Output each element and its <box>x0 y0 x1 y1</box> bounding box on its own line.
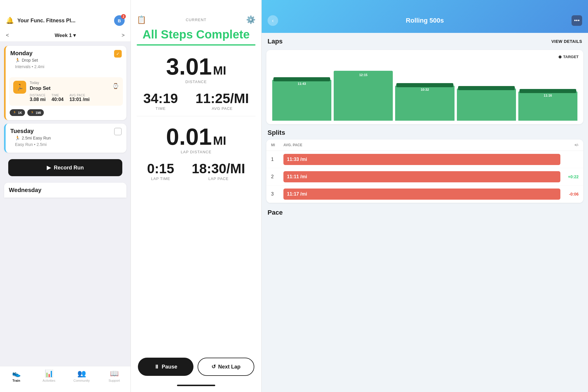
train-header: 🔔 Your Func. Fitness Pl... B 2 <box>0 0 131 29</box>
pace-display: 11:25/MI AVG PACE <box>196 92 249 111</box>
splits-title: Splits <box>266 129 583 137</box>
bell-icon[interactable]: 🔔 <box>6 17 14 24</box>
monday-checkbox[interactable]: ✓ <box>114 50 122 58</box>
tuesday-checkbox[interactable] <box>114 128 122 135</box>
activities-nav-icon: 📊 <box>45 369 54 378</box>
pace-value: 13:01 /mi <box>69 97 89 102</box>
splits-diff-header: +/- <box>564 143 579 147</box>
next-lap-button[interactable]: ↺ Next Lap <box>198 358 254 376</box>
monday-card: Monday 🏃 Drop Set Intervals • 2.4mi ✓ 🏃 … <box>4 46 126 120</box>
more-options-button[interactable]: ••• <box>572 15 582 26</box>
today-workout-icon: 🏃 <box>13 81 26 94</box>
record-run-button[interactable]: ▶ Record Run <box>8 159 122 176</box>
train-nav-label: Train <box>12 379 20 382</box>
lap-distance-display: 0.01 MI LAP DISTANCE <box>131 119 261 156</box>
prev-week-button[interactable]: < <box>6 32 9 38</box>
tuesday-workout-name: 2.5mi Easy Run <box>22 136 51 140</box>
bar-2: 12:15 <box>334 62 393 121</box>
today-workout-name: Drop Set <box>30 85 51 91</box>
support-nav-icon: 📖 <box>110 369 119 378</box>
split-diff-2: +0:22 <box>564 174 579 179</box>
train-panel: 🔔 Your Func. Fitness Pl... B 2 < Week 1 … <box>0 0 131 392</box>
lap-time-value: 0:15 <box>147 162 174 175</box>
view-details-button[interactable]: VIEW DETAILS <box>551 39 582 44</box>
split-diff-3: -0:06 <box>564 192 579 196</box>
pause-label: Pause <box>162 364 177 370</box>
current-label: CURRENT <box>186 18 207 22</box>
nav-item-activities[interactable]: 📊 Activities <box>33 369 65 382</box>
split-row-3: 3 11:17 /mi -0:06 <box>266 186 583 203</box>
bar-label-3: 10:32 <box>421 88 429 91</box>
laps-panel: ‹ Rolling 500s ••• Laps VIEW DETAILS TAR… <box>262 0 588 392</box>
settings-icon[interactable]: ⚙️ <box>246 15 255 24</box>
laps-section-title: Laps <box>268 38 283 45</box>
plan-title: Your Func. Fitness Pl... <box>17 18 111 24</box>
tuesday-workout-detail: Easy Run • 2.5mi <box>10 142 56 150</box>
record-run-label: Record Run <box>54 165 84 171</box>
clipboard-icon[interactable]: 📋 <box>137 15 146 24</box>
bar-4 <box>457 62 516 121</box>
notification-badge: 2 <box>121 14 126 19</box>
monday-workout-name: Drop Set <box>22 58 38 63</box>
bar-cap-1 <box>273 77 330 81</box>
time-display: 34:19 TIME <box>143 92 178 111</box>
time-value: 40:04 <box>51 97 64 102</box>
split-pace-2: 11:11 /mi <box>287 174 307 179</box>
tuesday-card: Tuesday 🏃 2.5mi Easy Run Easy Run • 2.5m… <box>4 124 126 153</box>
bar-label-5: 11:16 <box>544 94 552 97</box>
split-pace-bar-3: 11:17 /mi <box>283 189 560 200</box>
run-header: 📋 CURRENT ⚙️ <box>131 0 261 28</box>
achievement-badges: 🏃 1K 🏃 1MI <box>6 109 126 120</box>
split-pace-1: 11:33 /mi <box>287 157 307 162</box>
nav-item-train[interactable]: 👟 Train <box>0 369 33 382</box>
back-button[interactable]: ‹ <box>268 15 278 26</box>
lap-distance-number: 0.01 <box>166 124 212 150</box>
lap-time-label: LAP TIME <box>147 176 174 181</box>
split-pace-bar-1: 11:33 /mi <box>283 154 560 165</box>
pace-label: AVG PACE <box>196 106 249 111</box>
split-mi-1: 1 <box>271 157 280 162</box>
splits-card: MI AVG. PACE +/- 1 11:33 /mi 2 11:11 / <box>266 139 583 203</box>
bar-fill-2: 12:15 <box>334 71 393 121</box>
tuesday-header: Tuesday 🏃 2.5mi Easy Run Easy Run • 2.5m… <box>6 124 126 153</box>
week-navigation: < Week 1 ▾ > <box>0 29 131 42</box>
split-pace-3: 11:17 /mi <box>287 191 307 196</box>
next-week-button[interactable]: > <box>121 32 125 38</box>
run-panel: 📋 CURRENT ⚙️ All Steps Complete 3.01 MI … <box>131 0 262 392</box>
today-stats: DISTANCE 3.08 mi TIME 40:04 AVG PACE 13:… <box>30 94 119 102</box>
today-workout-card: 🏃 Today Drop Set ⌚ DISTANCE 3.08 mi <box>9 77 123 106</box>
distance-label-display: DISTANCE <box>137 80 255 84</box>
lap-distance-unit: MI <box>213 134 226 147</box>
wednesday-label: Wednesday <box>9 187 122 194</box>
badge-1k: 🏃 1K <box>10 109 25 116</box>
splits-header-row: MI AVG. PACE +/- <box>266 139 583 151</box>
avatar[interactable]: B 2 <box>114 15 125 26</box>
today-info: Today Drop Set ⌚ DISTANCE 3.08 mi TIME 4… <box>30 81 119 102</box>
bottom-navigation: 👟 Train 📊 Activities 👥 Community 📖 Suppo… <box>0 366 131 392</box>
distance-unit: MI <box>213 64 226 77</box>
distance-value-display: 3.01 MI <box>137 55 255 78</box>
time-pace-row: 34:19 TIME 11:25/MI AVG PACE <box>131 86 261 113</box>
bar-fill-3: 10:32 <box>395 85 454 121</box>
monday-workout-detail: Intervals • 2.4mi <box>10 64 49 72</box>
distance-value: 3.08 mi <box>30 97 46 102</box>
badge-1mi: 🏃 1MI <box>27 109 44 116</box>
nav-item-support[interactable]: 📖 Support <box>98 369 131 382</box>
time-value: 34:19 <box>143 92 178 105</box>
bar-1: 11:43 <box>272 62 331 121</box>
target-dot <box>559 55 562 58</box>
nav-item-community[interactable]: 👥 Community <box>65 369 98 382</box>
bar-cap-3 <box>396 83 453 87</box>
lap-pace-display: 18:30/MI LAP PACE <box>192 162 245 181</box>
next-lap-label: Next Lap <box>218 364 240 370</box>
bar-fill-4 <box>457 88 516 121</box>
pace-label: AVG PACE <box>69 94 89 97</box>
bar-3: 10:32 <box>395 62 454 121</box>
home-indicator <box>177 385 215 386</box>
train-nav-icon: 👟 <box>12 369 21 378</box>
lap-time-display: 0:15 LAP TIME <box>147 162 174 181</box>
pause-button[interactable]: ⏸ Pause <box>138 358 193 376</box>
splits-section: Splits MI AVG. PACE +/- 1 11:33 /mi <box>266 129 583 203</box>
lap-pace-value: 18:30/MI <box>192 162 245 175</box>
activities-nav-label: Activities <box>43 379 55 382</box>
